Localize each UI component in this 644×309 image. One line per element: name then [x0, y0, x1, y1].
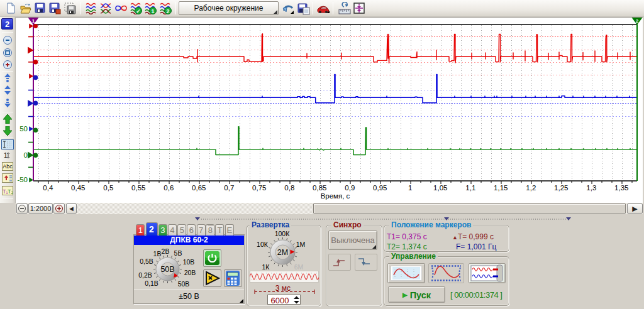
svg-text:0,55: 0,55: [131, 184, 145, 192]
svg-text:50: 50: [19, 125, 28, 133]
svg-text:Время, с: Время, с: [321, 192, 350, 200]
svg-text:0,45: 0,45: [71, 184, 85, 192]
svg-text:1,1: 1,1: [465, 184, 475, 192]
svg-text:1,35: 1,35: [614, 184, 628, 192]
svg-text:1: 1: [32, 18, 35, 24]
svg-text:-50: -50: [17, 176, 28, 183]
svg-text:2: 2: [636, 18, 639, 24]
svg-text:0,5: 0,5: [103, 184, 113, 192]
svg-text:1,15: 1,15: [494, 184, 508, 192]
svg-text:1,25: 1,25: [554, 184, 568, 192]
svg-text:1,3: 1,3: [586, 184, 596, 192]
svg-text:0,75: 0,75: [252, 184, 266, 192]
svg-text:0,65: 0,65: [192, 184, 206, 192]
svg-text:0,95: 0,95: [373, 184, 387, 192]
svg-text:2: 2: [166, 8, 169, 14]
svg-text:1: 1: [151, 8, 154, 14]
svg-text:2М: 2М: [277, 248, 287, 257]
svg-text:0,7: 0,7: [224, 184, 234, 192]
svg-text:1: 1: [4, 152, 8, 159]
svg-text:T₂: T₂: [8, 188, 13, 195]
svg-text:0,85: 0,85: [313, 184, 326, 192]
svg-text:1,05: 1,05: [433, 184, 447, 192]
svg-text:1,2: 1,2: [526, 184, 536, 192]
svg-text:1: 1: [408, 184, 412, 192]
svg-text:0,6: 0,6: [164, 184, 174, 192]
svg-text:✓: ✓: [136, 8, 141, 14]
svg-text:0,4: 0,4: [43, 184, 53, 192]
svg-text:0,8: 0,8: [284, 184, 294, 192]
svg-text:50В: 50В: [160, 265, 174, 274]
svg-text:0,9: 0,9: [345, 184, 355, 192]
svg-text:0: 0: [24, 151, 28, 159]
